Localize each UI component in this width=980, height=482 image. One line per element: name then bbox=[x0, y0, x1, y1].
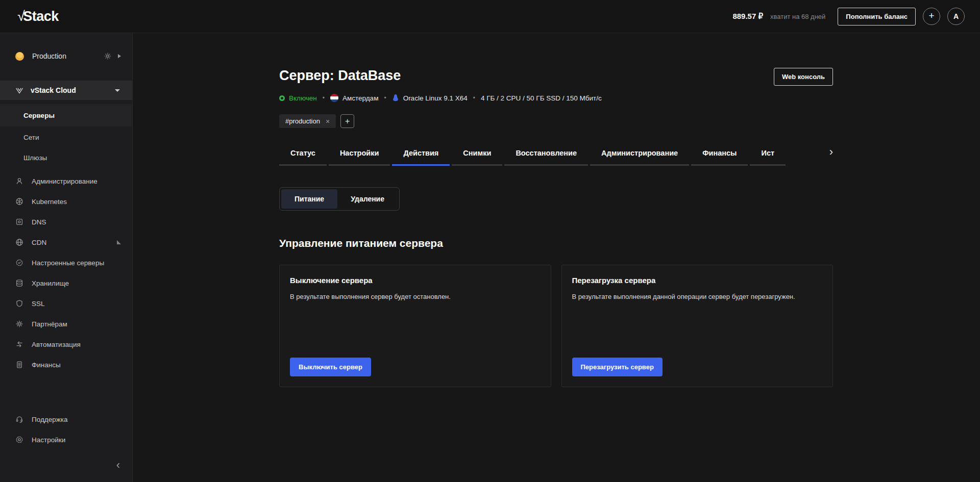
storage-icon bbox=[15, 279, 23, 287]
subtab-delete[interactable]: Удаление bbox=[337, 189, 398, 209]
netherlands-flag-icon bbox=[330, 94, 338, 102]
sidebar-item-label: Серверы bbox=[23, 112, 55, 119]
tab-administration[interactable]: Администрирование bbox=[590, 141, 689, 166]
sidebar-item-partners[interactable]: Партнёрам bbox=[0, 314, 132, 334]
location: Амстердам bbox=[330, 94, 378, 102]
sidebar-item-vstack-cloud[interactable]: vStack Cloud bbox=[0, 81, 132, 100]
os-label: Oracle Linux 9.1 X64 bbox=[403, 94, 468, 102]
separator-dot: • bbox=[323, 94, 325, 102]
separator-dot: • bbox=[473, 94, 475, 102]
topup-balance-button[interactable]: Пополнить баланс bbox=[838, 8, 916, 26]
gear-icon bbox=[15, 436, 23, 444]
sidebar-menu: Администрирование Kubernetes DNS CDN bbox=[0, 171, 132, 375]
sidebar-item-label: Автоматизация bbox=[32, 341, 81, 348]
power-state-icon bbox=[279, 95, 285, 101]
vstack-cloud-label: vStack Cloud bbox=[31, 86, 76, 94]
tab-history-clipped[interactable]: Ист bbox=[750, 141, 786, 166]
sidebar-item-networks[interactable]: Сети bbox=[0, 127, 132, 147]
tag-label: #production bbox=[285, 117, 320, 125]
section-title: Управление питанием сервера bbox=[279, 237, 833, 249]
tag-chip-production: #production × bbox=[279, 114, 336, 128]
tab-actions[interactable]: Действия bbox=[392, 141, 450, 166]
sidebar-item-storage[interactable]: Хранилище bbox=[0, 273, 132, 293]
sidebar-item-servers[interactable]: Серверы bbox=[0, 104, 132, 126]
create-button[interactable]: + bbox=[923, 8, 940, 25]
main-content: Сервер: DataBase Web консоль Включен • А… bbox=[133, 33, 980, 482]
power-cards: Выключение сервера В результате выполнен… bbox=[279, 265, 833, 387]
balance-amount: 889.57 ₽ bbox=[732, 12, 763, 21]
card-title: Перезагрузка сервера bbox=[572, 276, 823, 285]
vstack-logo[interactable]: √Stack bbox=[17, 9, 59, 24]
title-row: Сервер: DataBase Web консоль bbox=[279, 68, 833, 86]
shield-icon bbox=[15, 299, 23, 308]
avatar[interactable]: A bbox=[947, 8, 965, 25]
subtab-power[interactable]: Питание bbox=[281, 189, 337, 209]
add-tag-button[interactable]: + bbox=[340, 114, 354, 128]
sidebar-item-label: Шлюзы bbox=[23, 154, 47, 162]
tabs: Статус Настройки Действия Снимки Восстан… bbox=[279, 141, 786, 166]
tab-finances[interactable]: Финансы bbox=[691, 141, 748, 166]
chevron-down-icon[interactable] bbox=[115, 89, 120, 92]
tab-snapshots[interactable]: Снимки bbox=[452, 141, 502, 166]
sidebar-item-finances[interactable]: Финансы bbox=[0, 354, 132, 375]
sidebar-item-kubernetes[interactable]: Kubernetes bbox=[0, 191, 132, 212]
tabs-bar: Статус Настройки Действия Снимки Восстан… bbox=[279, 141, 833, 166]
sidebar-item-label: Настроенные серверы bbox=[32, 259, 104, 267]
project-actions bbox=[104, 52, 121, 60]
sidebar-item-label: Финансы bbox=[32, 361, 61, 369]
dns-icon bbox=[15, 218, 23, 226]
document-icon bbox=[15, 361, 23, 369]
automation-icon bbox=[15, 340, 23, 348]
page-title: Сервер: DataBase bbox=[279, 68, 401, 84]
kubernetes-icon bbox=[15, 197, 23, 206]
logo-text: Stack bbox=[23, 9, 59, 24]
os-info: Oracle Linux 9.1 X64 bbox=[392, 94, 468, 102]
balance-note: хватит на 68 дней bbox=[770, 13, 825, 20]
card-description: В результате выполнения данной операции … bbox=[572, 292, 802, 302]
project-selector[interactable]: Production bbox=[0, 47, 132, 65]
tag-remove-icon[interactable]: × bbox=[326, 118, 330, 125]
sidebar-item-support[interactable]: Поддержка bbox=[0, 409, 132, 429]
tab-settings[interactable]: Настройки bbox=[329, 141, 390, 166]
tab-status[interactable]: Статус bbox=[279, 141, 327, 166]
project-name: Production bbox=[32, 52, 66, 60]
sidebar-item-label: Администрирование bbox=[32, 177, 97, 185]
reboot-server-button[interactable]: Перезагрузить сервер bbox=[572, 358, 663, 376]
tabs-scroll-right-icon[interactable]: › bbox=[829, 145, 833, 159]
configured-servers-icon bbox=[15, 259, 23, 267]
sidebar-bottom-menu: Поддержка Настройки bbox=[0, 409, 132, 450]
tab-restore[interactable]: Восстановление bbox=[504, 141, 588, 166]
sidebar-item-dns[interactable]: DNS bbox=[0, 212, 132, 232]
card-description: В результате выполнения сервер будет ост… bbox=[290, 292, 520, 302]
topbar: √Stack 889.57 ₽ хватит на 68 дней Пополн… bbox=[0, 0, 980, 33]
shutdown-server-button[interactable]: Выключить сервер bbox=[290, 358, 371, 376]
project-expand-icon[interactable] bbox=[118, 54, 121, 58]
separator-dot: • bbox=[384, 94, 386, 102]
tag-row: #production × + bbox=[279, 114, 833, 128]
project-gear-icon[interactable] bbox=[104, 52, 112, 60]
cdn-corner-triangle-icon bbox=[117, 240, 121, 244]
sidebar-item-label: CDN bbox=[32, 239, 46, 246]
sidebar-item-configured-servers[interactable]: Настроенные серверы bbox=[0, 252, 132, 273]
sidebar-item-label: Партнёрам bbox=[32, 320, 67, 328]
globe-icon bbox=[15, 238, 23, 246]
sidebar-item-label: Kubernetes bbox=[32, 198, 67, 206]
project-color-dot bbox=[15, 52, 24, 61]
sidebar-item-automation[interactable]: Автоматизация bbox=[0, 334, 132, 354]
sidebar-item-administration[interactable]: Администрирование bbox=[0, 171, 132, 191]
location-label: Амстердам bbox=[342, 94, 378, 102]
reboot-card: Перезагрузка сервера В результате выполн… bbox=[561, 265, 834, 387]
sidebar-collapse-button[interactable]: ‹ bbox=[116, 460, 120, 471]
server-status-row: Включен • Амстердам • Oracle Linux 9.1 X… bbox=[279, 94, 833, 102]
sidebar-item-cdn[interactable]: CDN bbox=[0, 232, 132, 252]
web-console-button[interactable]: Web консоль bbox=[774, 68, 833, 86]
sidebar-item-gateways[interactable]: Шлюзы bbox=[0, 147, 132, 168]
sidebar-item-settings[interactable]: Настройки bbox=[0, 429, 132, 450]
sidebar-item-label: Сети bbox=[23, 134, 39, 141]
card-title: Выключение сервера bbox=[290, 276, 541, 285]
sidebar-item-ssl[interactable]: SSL bbox=[0, 293, 132, 314]
topbar-right: 889.57 ₽ хватит на 68 дней Пополнить бал… bbox=[732, 8, 965, 26]
power-state: Включен bbox=[279, 94, 317, 102]
server-specs: 4 ГБ / 2 CPU / 50 ГБ SSD / 150 Мбит/с bbox=[481, 94, 602, 102]
sidebar: Production vStack Cloud Серверы Сети bbox=[0, 33, 133, 482]
